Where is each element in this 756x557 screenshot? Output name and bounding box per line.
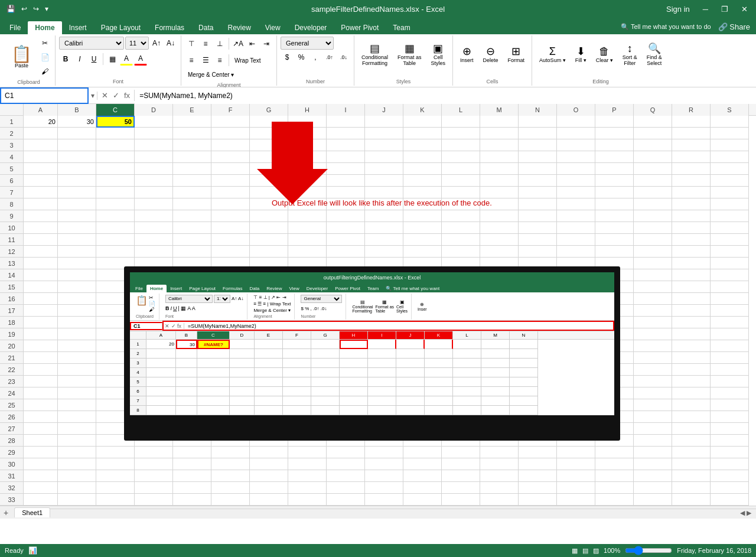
cell-R16[interactable]: [672, 293, 711, 305]
cell-D31[interactable]: [135, 470, 173, 482]
row-number-21[interactable]: 21: [0, 352, 23, 364]
cell-R18[interactable]: [672, 317, 711, 328]
cell-R15[interactable]: [672, 281, 711, 293]
cell-B27[interactable]: [58, 423, 96, 435]
cell-F12[interactable]: [211, 246, 250, 258]
cell-R11[interactable]: [672, 234, 711, 246]
format-painter-button[interactable]: 🖌: [38, 65, 51, 78]
cell-S23[interactable]: [711, 376, 749, 387]
cell-Q9[interactable]: [634, 210, 672, 222]
cell-R29[interactable]: [672, 447, 711, 458]
cell-R2[interactable]: [672, 128, 711, 139]
format-as-table-button[interactable]: ▦ Format asTable: [394, 41, 425, 69]
cell-K10[interactable]: [403, 222, 442, 234]
col-header-f[interactable]: F: [211, 104, 250, 116]
cell-R8[interactable]: [672, 198, 711, 210]
find-select-button[interactable]: 🔍 Find &Select: [643, 41, 666, 69]
cell-M8[interactable]: [480, 198, 519, 210]
cell-M32[interactable]: [480, 482, 519, 494]
cell-B29[interactable]: [58, 447, 96, 458]
row-number-22[interactable]: 22: [0, 364, 23, 376]
cell-O12[interactable]: [557, 246, 595, 258]
save-qat-button[interactable]: 💾: [5, 4, 17, 14]
view-normal-icon[interactable]: ▦: [572, 547, 578, 555]
cell-D12[interactable]: [135, 246, 173, 258]
cell-N30[interactable]: [519, 458, 557, 470]
cell-R3[interactable]: [672, 139, 711, 151]
confirm-formula-button[interactable]: ✓: [111, 90, 121, 101]
col-header-k[interactable]: K: [403, 104, 442, 116]
cell-N4[interactable]: [519, 151, 557, 163]
cell-K6[interactable]: [403, 175, 442, 187]
cell-B14[interactable]: [58, 269, 96, 281]
cell-C6[interactable]: [96, 175, 135, 187]
merge-center-button[interactable]: Merge & Center ▾: [185, 70, 237, 80]
cell-L10[interactable]: [442, 222, 480, 234]
cell-I10[interactable]: [327, 222, 365, 234]
cell-O33[interactable]: [557, 494, 595, 506]
cell-B12[interactable]: [58, 246, 96, 258]
cell-O3[interactable]: [557, 139, 595, 151]
cell-O30[interactable]: [557, 458, 595, 470]
cell-O32[interactable]: [557, 482, 595, 494]
cell-R19[interactable]: [672, 328, 711, 340]
cell-D7[interactable]: [135, 187, 173, 198]
col-header-q[interactable]: Q: [634, 104, 672, 116]
cell-B1[interactable]: 30: [58, 116, 96, 128]
cell-E29[interactable]: [173, 447, 211, 458]
cell-E6[interactable]: [173, 175, 211, 187]
col-header-b[interactable]: B: [58, 104, 96, 116]
cell-M6[interactable]: [480, 175, 519, 187]
cell-H10[interactable]: [288, 222, 327, 234]
cell-M30[interactable]: [480, 458, 519, 470]
cell-S25[interactable]: [711, 399, 749, 411]
cell-A15[interactable]: [24, 281, 58, 293]
cell-Q7[interactable]: [634, 187, 672, 198]
cell-C2[interactable]: [96, 128, 135, 139]
cell-N6[interactable]: [519, 175, 557, 187]
cell-C31[interactable]: [96, 470, 135, 482]
cell-A21[interactable]: [24, 352, 58, 364]
cell-M29[interactable]: [480, 447, 519, 458]
cell-N8[interactable]: [519, 198, 557, 210]
cell-L11[interactable]: [442, 234, 480, 246]
cell-A25[interactable]: [24, 399, 58, 411]
cell-G4[interactable]: [250, 151, 288, 163]
cell-J12[interactable]: [365, 246, 403, 258]
cell-R32[interactable]: [672, 482, 711, 494]
cell-F30[interactable]: [211, 458, 250, 470]
cell-Q4[interactable]: [634, 151, 672, 163]
cell-C33[interactable]: [96, 494, 135, 506]
col-header-m[interactable]: M: [480, 104, 519, 116]
cell-C32[interactable]: [96, 482, 135, 494]
row-number-10[interactable]: 10: [0, 222, 23, 234]
cell-A28[interactable]: [24, 435, 58, 447]
cell-J5[interactable]: [365, 163, 403, 175]
cell-K30[interactable]: [403, 458, 442, 470]
cell-H8[interactable]: [288, 198, 327, 210]
cell-Q22[interactable]: [634, 364, 672, 376]
cell-C11[interactable]: [96, 234, 135, 246]
cell-Q19[interactable]: [634, 328, 672, 340]
cell-C3[interactable]: [96, 139, 135, 151]
align-center-button[interactable]: ☰: [199, 54, 212, 67]
cell-L32[interactable]: [442, 482, 480, 494]
cell-C8[interactable]: [96, 198, 135, 210]
row-number-32[interactable]: 32: [0, 482, 23, 494]
cell-B15[interactable]: [58, 281, 96, 293]
cell-R24[interactable]: [672, 387, 711, 399]
cell-A2[interactable]: [24, 128, 58, 139]
cell-I7[interactable]: [327, 187, 365, 198]
cell-A23[interactable]: [24, 376, 58, 387]
row-number-28[interactable]: 28: [0, 435, 23, 447]
cell-S19[interactable]: [711, 328, 749, 340]
row-number-13[interactable]: 13: [0, 258, 23, 269]
qat-dropdown-button[interactable]: ▾: [43, 4, 50, 14]
cell-L12[interactable]: [442, 246, 480, 258]
cell-C12[interactable]: [96, 246, 135, 258]
cell-P33[interactable]: [595, 494, 634, 506]
cell-M11[interactable]: [480, 234, 519, 246]
cell-B25[interactable]: [58, 399, 96, 411]
cell-F31[interactable]: [211, 470, 250, 482]
cell-A14[interactable]: [24, 269, 58, 281]
